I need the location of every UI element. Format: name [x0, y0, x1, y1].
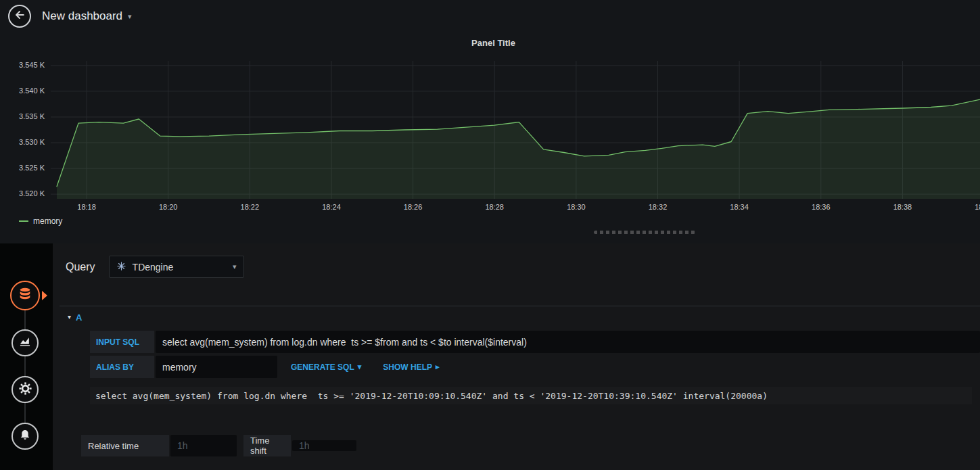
show-help-button[interactable]: SHOW HELP ▸ [375, 356, 447, 378]
caret-right-icon: ▸ [436, 363, 440, 371]
svg-text:18:28: 18:28 [485, 203, 504, 211]
caret-down-icon: ▾ [233, 263, 237, 271]
legend-item-memory[interactable]: memory [19, 216, 62, 226]
svg-text:18:34: 18:34 [730, 203, 749, 211]
chart-area: 3.520 K3.525 K3.530 K3.535 K3.540 K3.545… [7, 58, 980, 215]
collapse-caret-icon: ▾ [68, 314, 71, 321]
tab-connector-line [24, 296, 26, 436]
caret-down-icon: ▾ [128, 13, 132, 20]
alias-by-row: ALIAS BY GENERATE SQL ▾ SHOW HELP ▸ [90, 356, 980, 378]
tab-queries[interactable] [10, 281, 40, 310]
timeseries-chart[interactable]: 3.520 K3.525 K3.530 K3.535 K3.540 K3.545… [7, 58, 980, 215]
datasource-picker[interactable]: TDengine ▾ [109, 256, 244, 278]
tdengine-logo-icon [116, 261, 126, 273]
query-header: Query TDengine ▾ [66, 256, 244, 278]
horizontal-scrollbar[interactable] [594, 231, 695, 234]
tab-general[interactable] [11, 376, 39, 403]
time-shift-field[interactable] [292, 440, 356, 451]
dashboard-title-dropdown[interactable]: New dashboard ▾ [42, 9, 132, 23]
show-help-label: SHOW HELP [383, 362, 432, 372]
back-arrow-icon [13, 8, 26, 24]
input-sql-field[interactable] [156, 331, 980, 353]
top-navbar: New dashboard ▾ [0, 0, 980, 32]
panel-title[interactable]: Panel Title [7, 38, 980, 48]
alias-by-label: ALIAS BY [90, 356, 154, 378]
back-button[interactable] [8, 5, 31, 28]
caret-down-icon: ▾ [358, 363, 362, 371]
generate-sql-button[interactable]: GENERATE SQL ▾ [283, 356, 369, 378]
generated-sql-preview: select avg(mem_system) from log.dn where… [90, 387, 972, 404]
svg-text:3.525 K: 3.525 K [19, 164, 45, 172]
query-ref-id: A [76, 312, 82, 323]
relative-time-field[interactable] [170, 435, 237, 456]
svg-text:3.530 K: 3.530 K [19, 138, 45, 146]
svg-text:18:24: 18:24 [322, 203, 341, 211]
svg-text:18:30: 18:30 [567, 203, 586, 211]
input-sql-row: INPUT SQL [90, 331, 980, 353]
query-section-title: Query [66, 261, 95, 273]
svg-text:3.520 K: 3.520 K [19, 189, 45, 197]
panel-editor: Query TDengine ▾ ▾ A INPUT SQL [0, 243, 980, 470]
time-options-row: Relative time Time shift [81, 435, 356, 456]
svg-text:18:40: 18:40 [975, 203, 980, 211]
legend-label: memory [33, 216, 62, 226]
generate-sql-label: GENERATE SQL [291, 362, 354, 372]
database-icon [18, 287, 32, 304]
svg-text:18:38: 18:38 [893, 203, 912, 211]
svg-text:18:20: 18:20 [159, 203, 178, 211]
grafana-app: New dashboard ▾ Panel Title 3.520 K3.525… [0, 0, 980, 470]
svg-text:18:22: 18:22 [241, 203, 260, 211]
dashboard-title: New dashboard [42, 9, 122, 23]
time-shift-label: Time shift [243, 435, 291, 456]
svg-text:3.535 K: 3.535 K [19, 112, 45, 120]
legend-swatch [19, 220, 28, 222]
alias-by-field[interactable] [156, 356, 277, 378]
bell-icon [18, 428, 32, 444]
datasource-name: TDengine [133, 262, 174, 273]
relative-time-label: Relative time [81, 435, 169, 456]
gear-icon [18, 381, 32, 398]
editor-tabstrip [0, 243, 53, 470]
graph-panel: Panel Title 3.520 K3.525 K3.530 K3.535 K… [7, 32, 980, 230]
tab-alert[interactable] [11, 423, 39, 450]
input-sql-label: INPUT SQL [90, 331, 154, 353]
query-editor-content: Query TDengine ▾ ▾ A INPUT SQL [53, 243, 980, 470]
svg-text:18:32: 18:32 [649, 203, 668, 211]
svg-text:3.545 K: 3.545 K [19, 61, 45, 69]
svg-text:18:18: 18:18 [77, 203, 96, 211]
svg-text:18:26: 18:26 [404, 203, 423, 211]
query-row-collapse[interactable]: ▾ A [60, 306, 980, 328]
svg-text:3.540 K: 3.540 K [19, 87, 45, 95]
graph-icon [18, 335, 32, 351]
tab-visualization[interactable] [11, 329, 39, 356]
svg-text:18:36: 18:36 [812, 203, 831, 211]
active-tab-arrow-icon [42, 291, 47, 300]
